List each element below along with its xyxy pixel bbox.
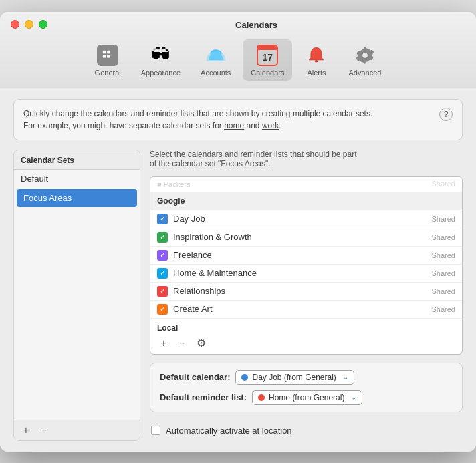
- calendar-checkbox-inspiration[interactable]: ✓: [157, 232, 168, 243]
- calendar-list: ■ Packers Shared Google ✓ Day Job Shared…: [150, 176, 463, 355]
- add-local-button[interactable]: +: [157, 337, 170, 350]
- sidebar-item-focus-areas[interactable]: Focus Areas: [17, 189, 137, 207]
- google-group-header: Google: [150, 192, 462, 210]
- accounts-label: Accounts: [201, 69, 231, 77]
- calendar-item-day-job[interactable]: ✓ Day Job Shared: [150, 210, 462, 228]
- calendar-name-inspiration: Inspiration & Growth: [173, 232, 427, 242]
- calendar-name-create-art: Create Art: [173, 304, 427, 314]
- toolbar-item-alerts[interactable]: Alerts: [296, 39, 336, 81]
- appearance-toolbar-icon: 🕶: [148, 43, 172, 67]
- default-reminder-dropdown[interactable]: Home (from General) ⌄: [252, 390, 362, 405]
- sidebar-header: Calendar Sets: [14, 150, 140, 170]
- calendar-shared-freelance: Shared: [432, 251, 455, 259]
- main-window: Calendars General: [0, 12, 476, 452]
- advanced-toolbar-icon: [353, 43, 377, 67]
- remove-calendar-set-button[interactable]: −: [38, 424, 51, 437]
- calendar-checkbox-relationships[interactable]: ✓: [157, 286, 168, 297]
- calendar-checkbox-home-maintenance[interactable]: ✓: [157, 268, 168, 279]
- title-bar: Calendars General: [0, 12, 476, 88]
- main-area: Calendar Sets Default Focus Areas + −: [13, 150, 463, 441]
- default-calendar-row: Default calendar: Day Job (from General)…: [160, 370, 453, 385]
- minimize-button[interactable]: [25, 20, 33, 29]
- calendar-shared-inspiration: Shared: [432, 233, 455, 241]
- calendar-item-freelance[interactable]: ✓ Freelance Shared: [150, 247, 462, 265]
- calendar-item-inspiration[interactable]: ✓ Inspiration & Growth Shared: [150, 228, 462, 247]
- help-button[interactable]: ?: [439, 108, 453, 121]
- location-section: Automatically activate at location: [150, 420, 463, 441]
- location-label: Automatically activate at location: [166, 426, 292, 436]
- traffic-lights: [11, 20, 47, 29]
- partially-hidden-item: ■ Packers Shared: [150, 177, 462, 192]
- calendar-name-freelance: Freelance: [173, 250, 427, 260]
- default-calendar-dot: [241, 374, 248, 381]
- toolbar-item-advanced[interactable]: Advanced: [340, 39, 389, 81]
- sidebar-footer: + −: [14, 420, 140, 440]
- toolbar: General 🕶 Appearance Accounts: [87, 39, 390, 88]
- calendar-checkbox-create-art[interactable]: ✓: [157, 304, 168, 315]
- general-label: General: [95, 69, 121, 77]
- select-description: Select the calendars and reminder lists …: [150, 150, 463, 168]
- location-checkbox[interactable]: [151, 426, 160, 435]
- content-area: Quickly change the calendars and reminde…: [0, 88, 476, 452]
- alerts-toolbar-icon: [304, 43, 328, 67]
- default-calendar-chevron: ⌄: [343, 373, 348, 381]
- toolbar-item-calendars[interactable]: 17 Calendars: [243, 39, 292, 81]
- default-reminder-value: Home (from General): [269, 393, 344, 402]
- close-button[interactable]: [11, 20, 19, 29]
- calendar-item-create-art[interactable]: ✓ Create Art Shared: [150, 301, 462, 319]
- svg-rect-0: [103, 50, 106, 53]
- svg-rect-1: [103, 55, 106, 58]
- local-gear-button[interactable]: ⚙: [195, 337, 208, 350]
- calendar-name-day-job: Day Job: [173, 214, 427, 224]
- local-actions: + − ⚙: [157, 337, 455, 350]
- calendar-item-home-maintenance[interactable]: ✓ Home & Maintenance Shared: [150, 265, 462, 283]
- default-reminder-dot: [258, 394, 265, 401]
- calendar-shared-day-job: Shared: [432, 215, 455, 223]
- appearance-label: Appearance: [141, 69, 181, 77]
- default-reminder-chevron: ⌄: [351, 394, 356, 401]
- calendar-name-relationships: Relationships: [173, 286, 427, 296]
- calendars-label: Calendars: [251, 69, 284, 77]
- right-panel: Select the calendars and reminder lists …: [150, 150, 463, 441]
- calendar-checkbox-freelance[interactable]: ✓: [157, 250, 168, 261]
- default-reminder-label: Default reminder list:: [160, 392, 247, 402]
- general-toolbar-icon: [96, 43, 120, 67]
- add-calendar-set-button[interactable]: +: [19, 424, 33, 437]
- svg-rect-2: [107, 50, 110, 53]
- default-calendar-value: Day Job (from General): [252, 373, 336, 382]
- calendar-checkbox-day-job[interactable]: ✓: [157, 214, 168, 224]
- calendars-toolbar-icon: 17: [255, 43, 279, 67]
- calendar-shared-create-art: Shared: [432, 305, 455, 313]
- sidebar-item-default[interactable]: Default: [14, 170, 140, 188]
- info-bar: Quickly change the calendars and reminde…: [13, 99, 463, 140]
- advanced-label: Advanced: [348, 69, 381, 77]
- defaults-section: Default calendar: Day Job (from General)…: [150, 363, 463, 412]
- window-title: Calendars: [235, 20, 277, 30]
- default-reminder-row: Default reminder list: Home (from Genera…: [160, 390, 453, 405]
- svg-rect-5: [315, 60, 318, 63]
- calendar-shared-home-maintenance: Shared: [432, 269, 455, 277]
- calendar-name-home-maintenance: Home & Maintenance: [173, 268, 427, 278]
- calendar-sets-sidebar: Calendar Sets Default Focus Areas + −: [13, 150, 140, 441]
- maximize-button[interactable]: [39, 20, 47, 29]
- accounts-toolbar-icon: [204, 43, 228, 67]
- remove-local-button[interactable]: −: [176, 337, 189, 350]
- local-group-header: Local: [157, 323, 455, 333]
- calendar-shared-relationships: Shared: [432, 287, 455, 295]
- toolbar-item-accounts[interactable]: Accounts: [193, 39, 239, 81]
- default-calendar-label: Default calendar:: [160, 372, 230, 382]
- svg-rect-3: [107, 55, 110, 58]
- calendar-item-relationships[interactable]: ✓ Relationships Shared: [150, 283, 462, 301]
- info-text: Quickly change the calendars and reminde…: [23, 108, 433, 132]
- local-group: Local + − ⚙: [150, 319, 462, 354]
- toolbar-item-appearance[interactable]: 🕶 Appearance: [133, 39, 189, 81]
- alerts-label: Alerts: [307, 69, 326, 77]
- default-calendar-dropdown[interactable]: Day Job (from General) ⌄: [235, 370, 354, 385]
- toolbar-item-general[interactable]: General: [87, 39, 129, 81]
- sidebar-list: Default Focus Areas: [14, 170, 140, 420]
